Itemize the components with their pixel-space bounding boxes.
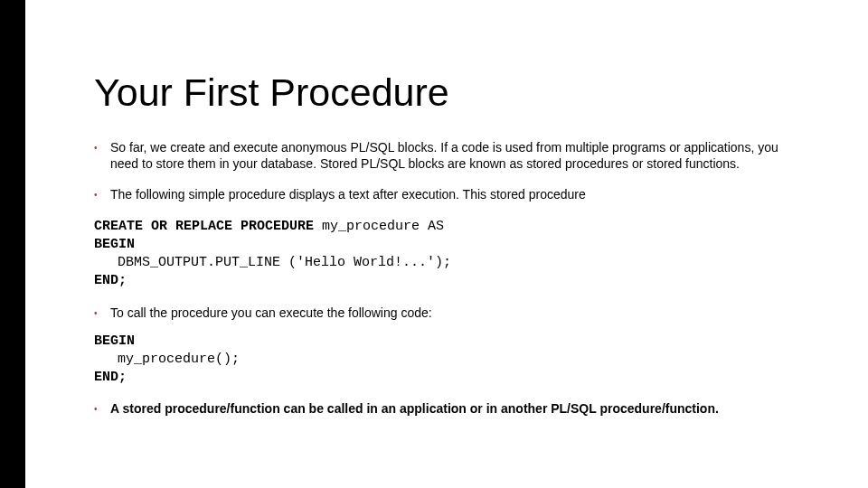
bullet-item: • So far, we create and execute anonymou… bbox=[94, 140, 808, 173]
bullet-text: To call the procedure you can execute th… bbox=[110, 305, 808, 322]
slide-body: • So far, we create and execute anonymou… bbox=[94, 140, 808, 418]
slide-title: Your First Procedure bbox=[94, 70, 808, 115]
slide-content: Your First Procedure • So far, we create… bbox=[94, 70, 808, 432]
code-keyword: END; bbox=[94, 370, 127, 385]
bullet-text: So far, we create and execute anonymous … bbox=[110, 140, 808, 173]
code-keyword: BEGIN bbox=[94, 237, 135, 252]
bullet-text: The following simple procedure displays … bbox=[110, 187, 808, 203]
bullet-text: A stored procedure/function can be calle… bbox=[110, 401, 808, 418]
bullet-dot-icon: • bbox=[94, 187, 110, 203]
bullet-item: • To call the procedure you can execute … bbox=[94, 305, 808, 322]
code-text: my_procedure(); bbox=[94, 351, 240, 369]
accent-bar bbox=[0, 0, 25, 488]
bullet-dot-icon: • bbox=[94, 401, 110, 418]
bullet-item: • The following simple procedure display… bbox=[94, 187, 808, 203]
slide: Your First Procedure • So far, we create… bbox=[0, 0, 868, 488]
code-keyword: CREATE OR REPLACE PROCEDURE bbox=[94, 219, 322, 234]
code-text: DBMS_OUTPUT.PUT_LINE ('Hello World!...')… bbox=[94, 254, 451, 272]
code-block-call: BEGIN my_procedure(); END; bbox=[94, 333, 808, 388]
bullet-dot-icon: • bbox=[94, 140, 110, 173]
code-keyword: BEGIN bbox=[94, 333, 135, 349]
bullet-dot-icon: • bbox=[94, 305, 110, 322]
code-text: my_procedure AS bbox=[322, 219, 444, 234]
bullet-item: • A stored procedure/function can be cal… bbox=[94, 401, 808, 418]
code-keyword: END; bbox=[94, 273, 127, 288]
code-block-create: CREATE OR REPLACE PROCEDURE my_procedure… bbox=[94, 218, 808, 291]
